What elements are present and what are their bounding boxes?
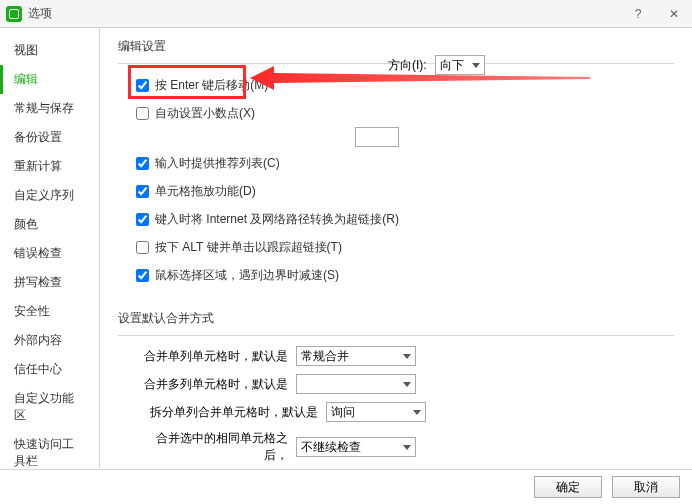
cancel-button[interactable]: 取消: [612, 476, 680, 498]
label-merge-single-col: 合并单列单元格时，默认是: [136, 348, 296, 365]
sidebar-item-external[interactable]: 外部内容: [0, 326, 99, 355]
sidebar-item-edit[interactable]: 编辑: [0, 65, 99, 94]
sidebar-item-backup[interactable]: 备份设置: [0, 123, 99, 152]
select-merge-same-after[interactable]: 不继续检查: [296, 437, 416, 457]
checkbox-auto-decimal[interactable]: [136, 107, 149, 120]
checkbox-auto-hyperlink[interactable]: [136, 213, 149, 226]
checkbox-enter-move[interactable]: [136, 79, 149, 92]
label-auto-decimal: 自动设置小数点(X): [155, 105, 255, 122]
label-mouse-slow: 鼠标选择区域，遇到边界时减速(S): [155, 267, 339, 284]
sidebar: 视图 编辑 常规与保存 备份设置 重新计算 自定义序列 颜色 错误检查 拼写检查…: [0, 28, 100, 468]
sidebar-item-error-check[interactable]: 错误检查: [0, 239, 99, 268]
label-direction: 方向(I):: [388, 57, 427, 74]
checkbox-cell-drag[interactable]: [136, 185, 149, 198]
window-title: 选项: [28, 5, 626, 22]
merge-section-title: 设置默认合并方式: [118, 310, 674, 327]
app-icon: [6, 6, 22, 22]
footer-divider: [0, 469, 692, 470]
checkbox-alt-click[interactable]: [136, 241, 149, 254]
sidebar-item-view[interactable]: 视图: [0, 36, 99, 65]
sidebar-item-custom-list[interactable]: 自定义序列: [0, 181, 99, 210]
label-auto-hyperlink: 键入时将 Internet 及网络路径转换为超链接(R): [155, 211, 399, 228]
merge-divider: [118, 335, 674, 336]
label-enter-move: 按 Enter 键后移动(M): [155, 77, 268, 94]
checkbox-suggest-list[interactable]: [136, 157, 149, 170]
label-cell-drag: 单元格拖放功能(D): [155, 183, 256, 200]
sidebar-item-trust-center[interactable]: 信任中心: [0, 355, 99, 384]
sidebar-item-spell-check[interactable]: 拼写检查: [0, 268, 99, 297]
sidebar-item-security[interactable]: 安全性: [0, 297, 99, 326]
edit-section-title: 编辑设置: [118, 38, 674, 55]
main-panel: 编辑设置 按 Enter 键后移动(M) 方向(I): 向下 自动设置小数点(X…: [100, 28, 692, 468]
label-split-single-col: 拆分单列合并单元格时，默认是: [136, 404, 326, 421]
ok-button[interactable]: 确定: [534, 476, 602, 498]
select-split-single-col[interactable]: 询问: [326, 402, 426, 422]
close-button[interactable]: ✕: [662, 5, 686, 23]
sidebar-item-general-save[interactable]: 常规与保存: [0, 94, 99, 123]
label-merge-same-after: 合并选中的相同单元格之后，: [136, 430, 296, 464]
sidebar-item-color[interactable]: 颜色: [0, 210, 99, 239]
help-button[interactable]: ?: [626, 5, 650, 23]
select-merge-single-col[interactable]: 常规合并: [296, 346, 416, 366]
select-merge-multi-col[interactable]: [296, 374, 416, 394]
label-suggest-list: 输入时提供推荐列表(C): [155, 155, 280, 172]
sidebar-item-custom-ribbon[interactable]: 自定义功能区: [0, 384, 99, 430]
checkbox-mouse-slow[interactable]: [136, 269, 149, 282]
spinner-places[interactable]: [355, 127, 399, 147]
label-merge-multi-col: 合并多列单元格时，默认是: [136, 376, 296, 393]
sidebar-item-recalc[interactable]: 重新计算: [0, 152, 99, 181]
label-alt-click: 按下 ALT 键并单击以跟踪超链接(T): [155, 239, 342, 256]
select-direction[interactable]: 向下: [435, 55, 485, 75]
